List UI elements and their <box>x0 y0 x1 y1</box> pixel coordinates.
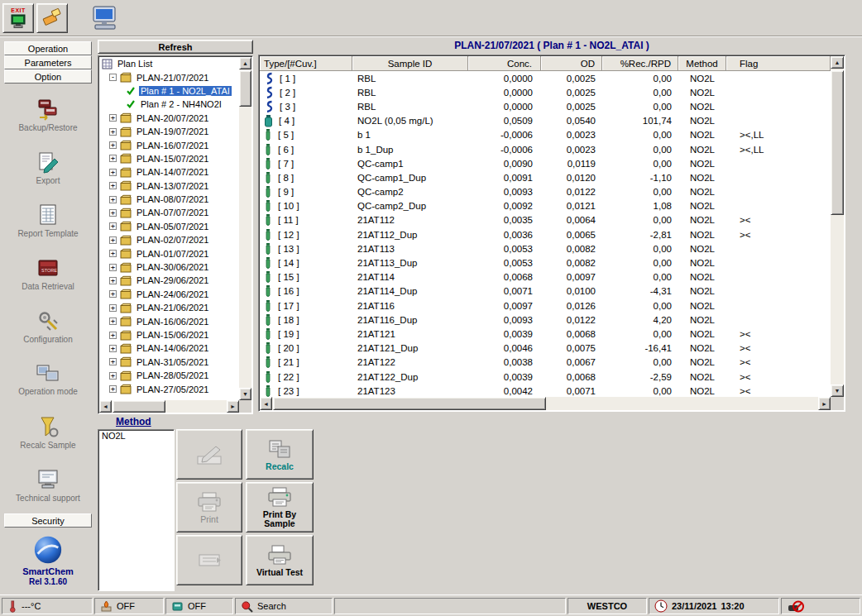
tree-vertical-scrollbar[interactable]: ▲ ▼ <box>239 57 251 400</box>
expand-plus-icon[interactable]: + <box>109 304 117 312</box>
tree-plan[interactable]: +PLAN-16/07/2021 <box>99 138 239 151</box>
sidebar-tool-report-template[interactable]: Report Template <box>0 194 96 247</box>
collapse-minus-icon[interactable]: - <box>109 74 117 81</box>
tree-plan[interactable]: +PLAN-14/06/2021 <box>99 341 239 355</box>
expand-plus-icon[interactable]: + <box>109 209 117 217</box>
column-header-flag[interactable]: Flag <box>726 56 831 71</box>
result-row[interactable]: [ 17 ]21AT1160,00970,01260,00NO2L <box>260 298 831 313</box>
method-button-virtual-test[interactable]: Virtual Test <box>246 535 314 585</box>
result-row[interactable]: [ 10 ]QC-camp2_Dup0,00920,01211,08NO2L <box>260 199 831 213</box>
method-button-paper-feed[interactable] <box>176 535 242 585</box>
result-row[interactable]: [ 14 ]21AT113_Dup0,00530,00820,00NO2L <box>260 255 831 270</box>
expand-plus-icon[interactable]: + <box>109 250 117 257</box>
expand-plus-icon[interactable]: + <box>109 141 117 149</box>
sidebar-tool-export[interactable]: Export <box>0 141 96 194</box>
column-header-type-cuv[interactable]: Type/[#Cuv.] <box>260 56 352 71</box>
expand-plus-icon[interactable]: + <box>109 128 117 136</box>
tree-plan[interactable]: +PLAN-19/07/2021 <box>99 125 239 138</box>
tree-plan[interactable]: +PLAN-31/05/2021 <box>99 356 239 369</box>
result-row[interactable]: [ 22 ]21AT122_Dup0,00390,0068-2,59NO2L>< <box>260 370 831 384</box>
analyzer-status-button[interactable] <box>84 2 124 35</box>
tree-vscroll-thumb[interactable] <box>239 70 251 107</box>
method-list[interactable]: NO2L <box>98 429 175 591</box>
sidebar-nav-option[interactable]: Option <box>4 69 92 84</box>
expand-plus-icon[interactable]: + <box>109 372 117 380</box>
tree-plan[interactable]: +PLAN-21/06/2021 <box>99 301 239 314</box>
expand-plus-icon[interactable]: + <box>109 169 117 176</box>
results-vertical-scrollbar[interactable]: ▲ ▼ <box>831 56 844 397</box>
security-button[interactable]: Security <box>4 513 92 528</box>
column-header-od[interactable]: OD <box>541 56 602 71</box>
scroll-up-icon[interactable]: ▲ <box>239 57 251 69</box>
expand-plus-icon[interactable]: + <box>109 290 117 298</box>
sidebar-tool-data-retrieval[interactable]: STOREData Retrieval <box>0 247 96 300</box>
result-row[interactable]: [ 4 ]NO2L (0,05 mg/L)0,05090,0540101,74N… <box>260 114 831 128</box>
result-row[interactable]: [ 3 ]RBL0,00000,00250,00NO2L <box>260 99 831 113</box>
tree-plan[interactable]: +PLAN-16/06/2021 <box>99 314 239 327</box>
tree-plan[interactable]: +PLAN-15/07/2021 <box>99 152 239 165</box>
result-row[interactable]: [ 6 ]b 1_Dup-0,00060,00230,00NO2L><,LL <box>260 142 831 156</box>
result-row[interactable]: [ 8 ]QC-camp1_Dup0,00910,0120-1,10NO2L <box>260 170 831 184</box>
result-row[interactable]: [ 1 ]RBL0,00000,00250,00NO2L <box>260 71 831 85</box>
sidebar-tool-configuration[interactable]: Configuration <box>0 300 96 353</box>
sidebar-nav-operation[interactable]: Operation <box>4 41 92 55</box>
tree-horizontal-scrollbar[interactable]: ◄ ► <box>99 400 239 413</box>
method-button-print[interactable]: Print <box>176 482 242 532</box>
result-row[interactable]: [ 18 ]21AT116_Dup0,00930,01224,20NO2L <box>260 313 831 327</box>
tree-plan[interactable]: +PLAN-02/07/2021 <box>99 233 239 246</box>
tree-plan[interactable]: +PLAN-27/05/2021 <box>99 382 239 395</box>
tree-plan[interactable]: +PLAN-15/06/2021 <box>99 328 239 341</box>
result-row[interactable]: [ 9 ]QC-camp20,00930,01220,00NO2L <box>260 185 831 199</box>
tree-plan[interactable]: +PLAN-14/07/2021 <box>99 165 239 179</box>
scroll-down-icon[interactable]: ▼ <box>239 388 251 400</box>
scroll-left-icon[interactable]: ◄ <box>99 400 112 413</box>
scroll-up-icon[interactable]: ▲ <box>831 56 844 69</box>
tree-plan[interactable]: +PLAN-24/06/2021 <box>99 288 239 301</box>
result-row[interactable]: [ 16 ]21AT114_Dup0,00710,0100-4,31NO2L <box>260 284 831 298</box>
column-header-conc[interactable]: Conc. <box>468 56 541 71</box>
tree-plan-expanded[interactable]: -PLAN-21/07/2021 <box>99 70 239 84</box>
expand-plus-icon[interactable]: + <box>109 236 117 244</box>
method-button-recalc[interactable]: Recalc <box>246 429 314 480</box>
results-horizontal-scrollbar[interactable]: ◄ ► <box>260 397 831 410</box>
clean-button[interactable] <box>36 3 68 33</box>
column-header-sample-id[interactable]: Sample ID <box>352 56 468 71</box>
tree-plan[interactable]: +PLAN-05/07/2021 <box>99 220 239 233</box>
method-item[interactable]: NO2L <box>98 430 174 442</box>
tree-plan[interactable]: +PLAN-28/05/2021 <box>99 369 239 382</box>
expand-plus-icon[interactable]: + <box>109 277 117 284</box>
scroll-right-icon[interactable]: ► <box>227 400 239 413</box>
expand-plus-icon[interactable]: + <box>109 332 117 339</box>
result-row[interactable]: [ 7 ]QC-camp10,00900,01190,00NO2L <box>260 156 831 170</box>
result-row[interactable]: [ 12 ]21AT112_Dup0,00360,0065-2,81NO2L>< <box>260 227 831 241</box>
expand-plus-icon[interactable]: + <box>109 385 117 393</box>
tree-plan-child[interactable]: Plan # 2 - NH4NO2I <box>99 98 239 111</box>
result-row[interactable]: [ 5 ]b 1-0,00060,00230,00NO2L><,LL <box>260 128 831 142</box>
expand-plus-icon[interactable]: + <box>109 264 117 271</box>
method-button-print-by-sample[interactable]: Print By Sample <box>246 482 314 532</box>
tree-plan[interactable]: +PLAN-07/07/2021 <box>99 206 239 219</box>
tree-plan[interactable]: +PLAN-01/07/2021 <box>99 246 239 260</box>
expand-plus-icon[interactable]: + <box>109 318 117 325</box>
expand-plus-icon[interactable]: + <box>109 182 117 189</box>
result-row[interactable]: [ 21 ]21AT1220,00380,00670,00NO2L>< <box>260 356 831 370</box>
result-row[interactable]: [ 20 ]21AT121_Dup0,00460,0075-16,41NO2L>… <box>260 341 831 356</box>
search-status[interactable]: Search <box>235 598 333 614</box>
tree-plan-child[interactable]: Plan # 1 - NO2L_ATAI <box>99 84 239 98</box>
column-header-method[interactable]: Method <box>678 56 726 71</box>
results-vscroll-thumb[interactable] <box>831 70 844 215</box>
expand-plus-icon[interactable]: + <box>109 222 117 230</box>
result-row[interactable]: [ 11 ]21AT1120,00350,00640,00NO2L>< <box>260 213 831 227</box>
column-header-rec-rpd[interactable]: %Rec./RPD <box>602 56 678 71</box>
sidebar-tool-backup-restore[interactable]: Backup/Restore <box>0 88 96 141</box>
result-row[interactable]: [ 23 ]21AT1230,00420,00710,00NO2L>< <box>260 384 831 397</box>
sidebar-tool-recalc-sample[interactable]: Recalc Sample <box>0 406 96 459</box>
tree-plan[interactable]: +PLAN-13/07/2021 <box>99 179 239 193</box>
sidebar-tool-operation-mode[interactable]: Operation mode <box>0 353 96 406</box>
scroll-left-icon[interactable]: ◄ <box>260 397 272 410</box>
tree-plan[interactable]: +PLAN-30/06/2021 <box>99 260 239 274</box>
result-row[interactable]: [ 13 ]21AT1130,00530,00820,00NO2L <box>260 241 831 255</box>
result-row[interactable]: [ 19 ]21AT1210,00390,00680,00NO2L>< <box>260 327 831 341</box>
exit-button[interactable]: EXIT <box>2 3 34 33</box>
scroll-down-icon[interactable]: ▼ <box>831 384 844 397</box>
